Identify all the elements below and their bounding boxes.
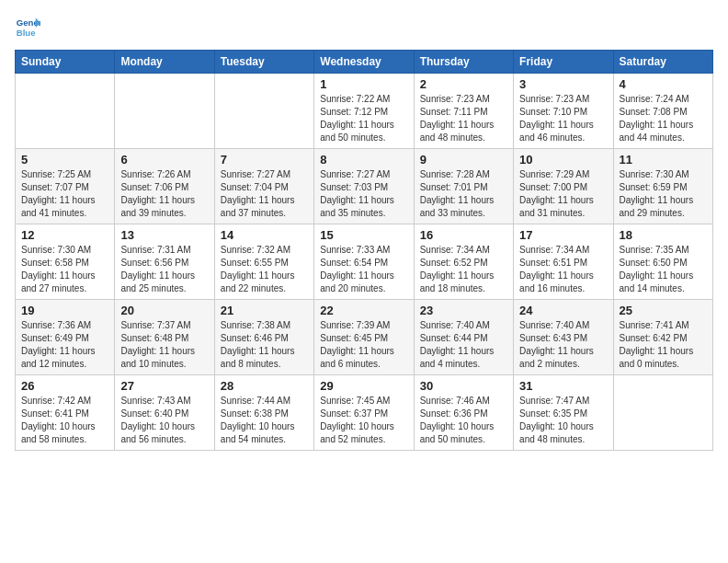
day-info: Sunrise: 7:28 AM Sunset: 7:01 PM Dayligh… <box>420 168 507 220</box>
day-info: Sunrise: 7:27 AM Sunset: 7:03 PM Dayligh… <box>320 168 407 220</box>
calendar-cell: 9Sunrise: 7:28 AM Sunset: 7:01 PM Daylig… <box>414 149 513 224</box>
day-number: 9 <box>420 153 507 167</box>
day-number: 22 <box>320 304 407 317</box>
logo: General Blue <box>15 15 44 40</box>
calendar-cell: 19Sunrise: 7:36 AM Sunset: 6:49 PM Dayli… <box>16 300 115 375</box>
day-number: 13 <box>120 228 208 242</box>
day-info: Sunrise: 7:40 AM Sunset: 6:43 PM Dayligh… <box>519 319 607 371</box>
day-number: 23 <box>420 304 507 317</box>
day-info: Sunrise: 7:30 AM Sunset: 6:58 PM Dayligh… <box>21 244 108 295</box>
calendar-cell: 16Sunrise: 7:34 AM Sunset: 6:52 PM Dayli… <box>414 224 513 300</box>
calendar-cell: 12Sunrise: 7:30 AM Sunset: 6:58 PM Dayli… <box>16 224 115 300</box>
day-number: 26 <box>21 379 108 393</box>
calendar-cell: 21Sunrise: 7:38 AM Sunset: 6:46 PM Dayli… <box>214 300 313 375</box>
day-info: Sunrise: 7:38 AM Sunset: 6:46 PM Dayligh… <box>221 319 308 371</box>
day-number: 27 <box>120 379 208 393</box>
calendar-cell: 4Sunrise: 7:24 AM Sunset: 7:08 PM Daylig… <box>613 74 712 149</box>
calendar-cell: 10Sunrise: 7:29 AM Sunset: 7:00 PM Dayli… <box>514 149 613 224</box>
day-info: Sunrise: 7:29 AM Sunset: 7:00 PM Dayligh… <box>519 168 607 220</box>
day-number: 25 <box>620 304 707 317</box>
calendar-cell <box>115 74 214 149</box>
day-info: Sunrise: 7:46 AM Sunset: 6:36 PM Dayligh… <box>420 395 507 446</box>
day-info: Sunrise: 7:36 AM Sunset: 6:49 PM Dayligh… <box>21 319 108 371</box>
day-number: 7 <box>221 153 308 167</box>
logo-icon: General Blue <box>15 15 40 40</box>
day-number: 1 <box>320 77 407 91</box>
day-info: Sunrise: 7:25 AM Sunset: 7:07 PM Dayligh… <box>21 168 108 220</box>
calendar-cell: 25Sunrise: 7:41 AM Sunset: 6:42 PM Dayli… <box>613 300 712 375</box>
calendar-cell: 18Sunrise: 7:35 AM Sunset: 6:50 PM Dayli… <box>613 224 712 300</box>
calendar-cell <box>613 375 712 451</box>
day-number: 28 <box>221 379 308 393</box>
calendar-cell <box>214 74 313 149</box>
day-number: 5 <box>21 153 108 167</box>
calendar-cell: 28Sunrise: 7:44 AM Sunset: 6:38 PM Dayli… <box>214 375 313 451</box>
calendar-cell: 30Sunrise: 7:46 AM Sunset: 6:36 PM Dayli… <box>414 375 513 451</box>
day-info: Sunrise: 7:43 AM Sunset: 6:40 PM Dayligh… <box>120 395 208 446</box>
day-number: 31 <box>519 379 607 393</box>
day-number: 12 <box>21 228 108 242</box>
day-info: Sunrise: 7:39 AM Sunset: 6:45 PM Dayligh… <box>320 319 407 371</box>
day-number: 11 <box>620 153 707 167</box>
day-info: Sunrise: 7:32 AM Sunset: 6:55 PM Dayligh… <box>221 244 308 295</box>
calendar-week-5: 26Sunrise: 7:42 AM Sunset: 6:41 PM Dayli… <box>16 375 713 451</box>
calendar-header-saturday: Saturday <box>613 51 712 74</box>
calendar-header-thursday: Thursday <box>414 51 513 74</box>
day-info: Sunrise: 7:45 AM Sunset: 6:37 PM Dayligh… <box>320 395 407 446</box>
calendar-week-2: 5Sunrise: 7:25 AM Sunset: 7:07 PM Daylig… <box>16 149 713 224</box>
day-number: 10 <box>519 153 607 167</box>
calendar-cell: 1Sunrise: 7:22 AM Sunset: 7:12 PM Daylig… <box>314 74 414 149</box>
day-info: Sunrise: 7:23 AM Sunset: 7:11 PM Dayligh… <box>420 93 507 144</box>
day-info: Sunrise: 7:27 AM Sunset: 7:04 PM Dayligh… <box>221 168 308 220</box>
day-number: 6 <box>120 153 208 167</box>
day-info: Sunrise: 7:40 AM Sunset: 6:44 PM Dayligh… <box>420 319 507 371</box>
day-number: 8 <box>320 153 407 167</box>
calendar-cell: 6Sunrise: 7:26 AM Sunset: 7:06 PM Daylig… <box>115 149 214 224</box>
svg-text:Blue: Blue <box>17 28 36 38</box>
calendar-cell: 14Sunrise: 7:32 AM Sunset: 6:55 PM Dayli… <box>214 224 313 300</box>
calendar-cell: 15Sunrise: 7:33 AM Sunset: 6:54 PM Dayli… <box>314 224 414 300</box>
calendar-week-4: 19Sunrise: 7:36 AM Sunset: 6:49 PM Dayli… <box>16 300 713 375</box>
day-info: Sunrise: 7:34 AM Sunset: 6:52 PM Dayligh… <box>420 244 507 295</box>
day-number: 21 <box>221 304 308 317</box>
day-info: Sunrise: 7:30 AM Sunset: 6:59 PM Dayligh… <box>620 168 707 220</box>
calendar-cell: 2Sunrise: 7:23 AM Sunset: 7:11 PM Daylig… <box>414 74 513 149</box>
day-number: 18 <box>620 228 707 242</box>
day-info: Sunrise: 7:24 AM Sunset: 7:08 PM Dayligh… <box>620 93 707 144</box>
calendar-cell: 26Sunrise: 7:42 AM Sunset: 6:41 PM Dayli… <box>16 375 115 451</box>
day-number: 17 <box>519 228 607 242</box>
calendar-cell: 22Sunrise: 7:39 AM Sunset: 6:45 PM Dayli… <box>314 300 414 375</box>
day-number: 15 <box>320 228 407 242</box>
day-info: Sunrise: 7:37 AM Sunset: 6:48 PM Dayligh… <box>120 319 208 371</box>
calendar-cell: 23Sunrise: 7:40 AM Sunset: 6:44 PM Dayli… <box>414 300 513 375</box>
day-number: 4 <box>620 77 707 91</box>
calendar-header-friday: Friday <box>514 51 613 74</box>
day-info: Sunrise: 7:41 AM Sunset: 6:42 PM Dayligh… <box>620 319 707 371</box>
calendar-table: SundayMondayTuesdayWednesdayThursdayFrid… <box>15 50 713 451</box>
day-number: 20 <box>120 304 208 317</box>
day-info: Sunrise: 7:47 AM Sunset: 6:35 PM Dayligh… <box>519 395 607 446</box>
calendar-cell: 29Sunrise: 7:45 AM Sunset: 6:37 PM Dayli… <box>314 375 414 451</box>
day-info: Sunrise: 7:35 AM Sunset: 6:50 PM Dayligh… <box>620 244 707 295</box>
calendar-header-wednesday: Wednesday <box>314 51 414 74</box>
day-info: Sunrise: 7:23 AM Sunset: 7:10 PM Dayligh… <box>519 93 607 144</box>
day-info: Sunrise: 7:34 AM Sunset: 6:51 PM Dayligh… <box>519 244 607 295</box>
day-info: Sunrise: 7:33 AM Sunset: 6:54 PM Dayligh… <box>320 244 407 295</box>
calendar-cell: 27Sunrise: 7:43 AM Sunset: 6:40 PM Dayli… <box>115 375 214 451</box>
day-info: Sunrise: 7:44 AM Sunset: 6:38 PM Dayligh… <box>221 395 308 446</box>
calendar-header-sunday: Sunday <box>16 51 115 74</box>
day-info: Sunrise: 7:42 AM Sunset: 6:41 PM Dayligh… <box>21 395 108 446</box>
day-info: Sunrise: 7:22 AM Sunset: 7:12 PM Dayligh… <box>320 93 407 144</box>
calendar-header-monday: Monday <box>115 51 214 74</box>
day-number: 16 <box>420 228 507 242</box>
calendar-cell: 13Sunrise: 7:31 AM Sunset: 6:56 PM Dayli… <box>115 224 214 300</box>
calendar-cell: 8Sunrise: 7:27 AM Sunset: 7:03 PM Daylig… <box>314 149 414 224</box>
calendar-cell: 5Sunrise: 7:25 AM Sunset: 7:07 PM Daylig… <box>16 149 115 224</box>
day-number: 29 <box>320 379 407 393</box>
calendar-header-tuesday: Tuesday <box>214 51 313 74</box>
header: General Blue <box>15 15 713 40</box>
calendar-cell: 20Sunrise: 7:37 AM Sunset: 6:48 PM Dayli… <box>115 300 214 375</box>
calendar-cell <box>16 74 115 149</box>
calendar-cell: 24Sunrise: 7:40 AM Sunset: 6:43 PM Dayli… <box>514 300 613 375</box>
calendar-cell: 11Sunrise: 7:30 AM Sunset: 6:59 PM Dayli… <box>613 149 712 224</box>
